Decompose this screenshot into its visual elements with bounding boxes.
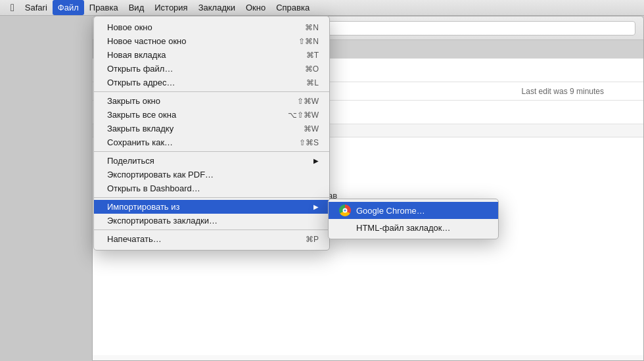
file-menu-dropdown: Новое окно ⌘N Новое частное окно ⇧⌘N Нов… (93, 16, 330, 251)
html-label: HTML-файл закладок… (356, 223, 450, 233)
open-file-label: Открыть файл… (107, 64, 173, 74)
menu-open-address[interactable]: Открыть адрес… ⌘L (94, 76, 329, 89)
menu-close-window[interactable]: Закрыть окно ⇧⌘W (94, 94, 329, 108)
submenu-html[interactable]: HTML-файл закладок… (329, 219, 498, 236)
close-window-label: Закрыть окно (107, 96, 160, 106)
export-pdf-label: Экспортировать как PDF… (107, 170, 214, 180)
close-all-label: Закрыть все окна (107, 110, 176, 120)
separator-4 (94, 229, 329, 230)
new-private-label: Новое частное окно (107, 36, 187, 46)
separator-3 (94, 197, 329, 198)
save-as-shortcut: ⇧⌘S (299, 138, 319, 147)
menu-new-window[interactable]: Новое окно ⌘N (94, 20, 329, 34)
new-window-shortcut: ⌘N (305, 23, 319, 32)
menu-open-dashboard[interactable]: Открыть в Dashboard… (94, 181, 329, 195)
save-as-label: Сохранить как… (107, 137, 173, 147)
menu-share[interactable]: Поделиться ▶ (94, 154, 329, 168)
import-from-label: Импортировать из (107, 202, 179, 212)
chrome-icon-inner (343, 208, 348, 213)
new-tab-shortcut: ⌘T (306, 51, 319, 60)
open-address-shortcut: ⌘L (306, 78, 319, 87)
export-bookmarks-label: Экспортировать закладки… (107, 216, 218, 226)
menu-open-file[interactable]: Открыть файл… ⌘O (94, 62, 329, 76)
menu-close-all[interactable]: Закрыть все окна ⌥⇧⌘W (94, 108, 329, 122)
menu-export-pdf[interactable]: Экспортировать как PDF… (94, 168, 329, 181)
menu-close-tab[interactable]: Закрыть вкладку ⌘W (94, 122, 329, 135)
close-window-shortcut: ⇧⌘W (297, 97, 319, 106)
print-label: Напечатать… (107, 234, 162, 244)
new-window-label: Новое окно (107, 22, 152, 32)
new-tab-label: Новая вкладка (107, 50, 166, 60)
new-private-shortcut: ⇧⌘N (298, 37, 319, 46)
close-tab-label: Закрыть вкладку (107, 124, 173, 133)
menu-print[interactable]: Напечатать… ⌘P (94, 232, 329, 246)
menu-new-tab[interactable]: Новая вкладка ⌘T (94, 48, 329, 62)
share-label: Поделиться (107, 156, 154, 166)
print-shortcut: ⌘P (306, 235, 319, 244)
menu-save-as[interactable]: Сохранить как… ⇧⌘S (94, 135, 329, 149)
separator-2 (94, 151, 329, 152)
menu-export-bookmarks[interactable]: Экспортировать закладки… (94, 214, 329, 228)
chrome-label: Google Chrome… (356, 206, 425, 216)
open-dashboard-label: Открыть в Dashboard… (107, 183, 200, 193)
chrome-icon (339, 205, 351, 216)
open-file-shortcut: ⌘O (305, 64, 319, 74)
import-arrow: ▶ (313, 203, 319, 210)
import-submenu: Google Chrome… HTML-файл закладок… (328, 199, 499, 239)
menu-new-private[interactable]: Новое частное окно ⇧⌘N (94, 34, 329, 48)
close-tab-shortcut: ⌘W (304, 124, 319, 133)
open-address-label: Открыть адрес… (107, 78, 175, 87)
dropdown-overlay: Новое окно ⌘N Новое частное окно ⇧⌘N Нов… (0, 0, 644, 361)
html-spacer (339, 222, 351, 233)
menu-import-from[interactable]: Импортировать из ▶ Google Chrome… HTML-ф… (94, 200, 329, 214)
separator-1 (94, 91, 329, 92)
submenu-chrome[interactable]: Google Chrome… (329, 202, 498, 219)
share-arrow: ▶ (313, 157, 319, 164)
close-all-shortcut: ⌥⇧⌘W (288, 110, 319, 120)
